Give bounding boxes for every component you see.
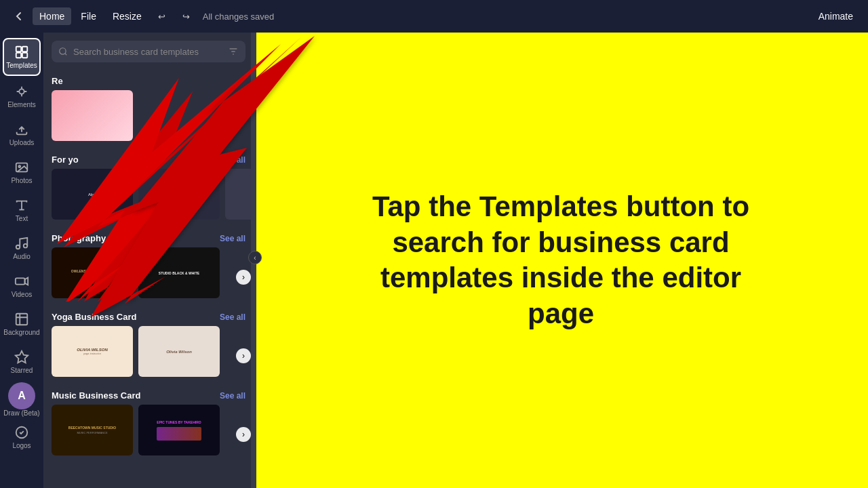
collapse-panel-button[interactable]: ‹ xyxy=(248,251,262,264)
music-see-all[interactable]: See all xyxy=(220,391,245,401)
template-card-music-1[interactable]: BEECHTOWN MUSIC STUDIO MUSIC PERFORMANCE xyxy=(52,405,133,455)
photography-section-header: Photography Business Card See all xyxy=(43,228,254,247)
sidebar-item-uploads[interactable]: Uploads xyxy=(3,117,41,152)
for-you-cards: Alph ALFRED WINSTON Graphic Designer Vi.… xyxy=(43,169,254,228)
music-card1-text: BEECHTOWN MUSIC STUDIO xyxy=(68,426,116,430)
template-card-recent-1[interactable] xyxy=(52,90,133,141)
template-card-yoga-2[interactable]: Olivia Wilson xyxy=(138,326,220,377)
topbar-nav: Home File Resize ↩ ↪ All changes saved xyxy=(8,5,274,27)
yoga-cards: OLIVIA WILSON yoga instructor Olivia Wil… xyxy=(43,326,254,385)
template-card-photo-2[interactable]: STUDIO BLACK & WHITE xyxy=(138,247,220,298)
sidebar-item-templates[interactable]: Templates xyxy=(3,38,41,76)
yellow-background: Tap the Templates button to search for b… xyxy=(254,33,868,488)
sidebar-label-background: Background xyxy=(3,329,39,336)
search-bar[interactable] xyxy=(52,41,245,62)
canvas-main-text: Tap the Templates button to search for b… xyxy=(357,176,764,345)
animate-button[interactable]: Animate xyxy=(812,7,860,25)
sidebar-label-photos: Photos xyxy=(11,177,32,184)
svg-rect-1 xyxy=(22,47,27,52)
sidebar-label-uploads: Uploads xyxy=(9,139,35,146)
sidebar-label-text: Text xyxy=(16,215,28,222)
sidebar-label-logos: Logos xyxy=(12,442,31,449)
photo-card2-text: STUDIO BLACK & WHITE xyxy=(159,271,199,275)
file-button[interactable]: File xyxy=(74,7,103,25)
template-card-yoga-1[interactable]: OLIVIA WILSON yoga instructor xyxy=(52,326,133,377)
svg-point-8 xyxy=(24,244,28,248)
sidebar-item-starred[interactable]: Starred xyxy=(3,344,41,380)
back-button[interactable] xyxy=(8,5,30,27)
topbar-right: Animate xyxy=(812,7,860,25)
resize-button[interactable]: Resize xyxy=(106,7,149,25)
template-card-foryou-3[interactable]: Vi... xyxy=(225,169,254,220)
yoga-next-button[interactable]: › xyxy=(236,348,251,363)
recent-section-header: Re xyxy=(43,70,254,90)
sidebar-label-draw: Draw (Beta) xyxy=(3,409,39,417)
recent-cards xyxy=(43,90,254,149)
svg-rect-3 xyxy=(22,53,27,58)
yoga-section-header: Yoga Business Card See all xyxy=(43,306,254,326)
music-label: Music Business Card xyxy=(52,390,141,401)
svg-rect-0 xyxy=(16,47,21,52)
svg-point-6 xyxy=(18,165,20,167)
svg-point-13 xyxy=(60,48,66,54)
sidebar-label-elements: Elements xyxy=(7,101,36,108)
templates-panel: Re For yo all Alph ALFRED WINSTON Graphi… xyxy=(43,33,254,488)
search-input[interactable] xyxy=(73,47,222,57)
sidebar-item-draw[interactable]: A xyxy=(8,382,35,409)
sidebar-item-text[interactable]: Text xyxy=(3,192,41,228)
photography-cards: OWLENS PHOTOGRAPHY Photographer STUDIO B… xyxy=(43,247,254,306)
sidebar-item-logos[interactable]: Logos xyxy=(3,420,41,455)
template-card-foryou-2-text: ALFRED WINSTON Graphic Designer xyxy=(161,188,197,201)
for-you-label: For yo xyxy=(52,155,79,165)
template-card-music-2[interactable]: EPIC TUNES BY TAKEHIRO xyxy=(138,405,220,455)
sidebar-label-templates: Templates xyxy=(6,62,37,69)
redo-button[interactable]: ↪ xyxy=(176,5,197,27)
sidebar-item-photos[interactable]: Photos xyxy=(3,155,41,190)
filter-icon[interactable] xyxy=(228,46,239,57)
template-card-foryou-2[interactable]: ALFRED WINSTON Graphic Designer xyxy=(138,169,220,220)
svg-rect-2 xyxy=(16,53,21,58)
template-card-foryou-1[interactable]: Alph xyxy=(52,169,133,220)
sidebar-label-audio: Audio xyxy=(13,253,31,260)
music-next-button[interactable]: › xyxy=(236,427,251,442)
card-alpha-text: Alph xyxy=(87,191,98,198)
photography-label: Photography Business Card xyxy=(52,233,170,243)
topbar: Home File Resize ↩ ↪ All changes saved A… xyxy=(0,0,868,33)
svg-marker-11 xyxy=(16,351,28,363)
yoga-label: Yoga Business Card xyxy=(52,312,136,322)
home-button[interactable]: Home xyxy=(33,7,71,25)
music-section-header: Music Business Card See all xyxy=(43,385,254,405)
sidebar-item-audio[interactable]: Audio xyxy=(3,230,41,266)
music-cards: BEECHTOWN MUSIC STUDIO MUSIC PERFORMANCE… xyxy=(43,405,254,464)
sidebar-label-starred: Starred xyxy=(11,367,33,374)
photography-see-all[interactable]: See all xyxy=(220,234,245,243)
for-you-section-header: For yo all xyxy=(43,149,254,169)
sidebar-item-background[interactable]: Background xyxy=(3,306,41,342)
svg-point-7 xyxy=(16,245,20,249)
left-sidebar: Templates Elements Uploads Photos Text A… xyxy=(0,33,43,488)
yoga-see-all[interactable]: See all xyxy=(220,312,245,322)
save-status: All changes saved xyxy=(203,12,275,22)
canvas-area: Tap the Templates button to search for b… xyxy=(254,33,868,488)
sidebar-item-elements[interactable]: Elements xyxy=(3,79,41,114)
for-you-see-all[interactable]: all xyxy=(237,155,245,165)
music-card2-text: EPIC TUNES BY TAKEHIRO xyxy=(157,420,201,424)
recent-label: Re xyxy=(52,76,63,86)
svg-rect-10 xyxy=(16,314,28,325)
svg-point-4 xyxy=(19,89,24,94)
svg-rect-9 xyxy=(16,278,25,284)
yoga-card2-text: Olivia Wilson xyxy=(166,350,192,354)
sidebar-label-videos: Videos xyxy=(12,291,32,298)
undo-button[interactable]: ↩ xyxy=(151,5,173,27)
photography-next-button[interactable]: › xyxy=(236,270,251,285)
sidebar-item-videos[interactable]: Videos xyxy=(3,268,41,304)
search-icon xyxy=(58,47,68,56)
template-card-photo-1[interactable]: OWLENS PHOTOGRAPHY Photographer xyxy=(52,247,133,298)
